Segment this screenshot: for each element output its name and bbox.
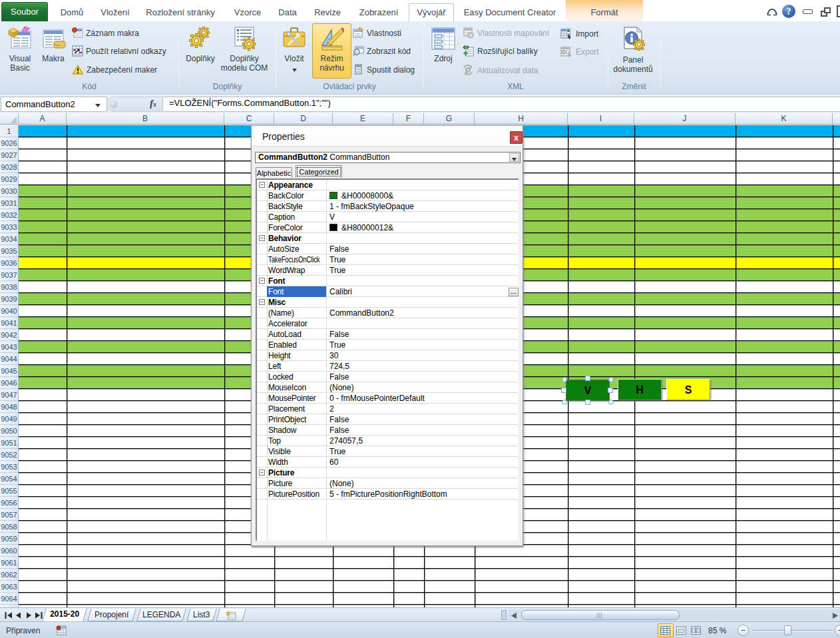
svg-text:?: ? (787, 7, 791, 17)
